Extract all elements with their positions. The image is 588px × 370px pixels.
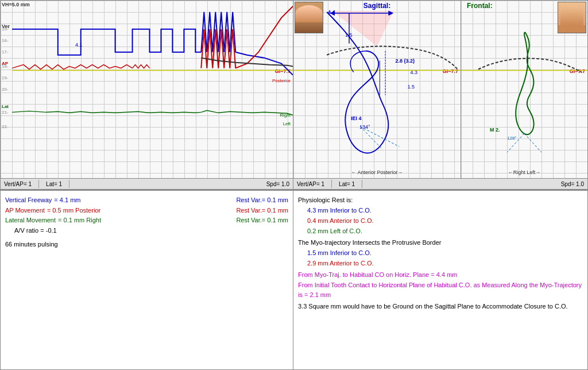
pulsing-label: 66 minutes pulsing — [5, 241, 58, 248]
spd-right: Spd= 1.0 — [561, 181, 584, 187]
rest-line3-row: 0.2 mm Left of C.O. — [298, 226, 583, 236]
vf-value: = 4.1 mm — [54, 195, 80, 205]
main-container: VH=5.0 mm Ver 15- 16- 17- AP 18- 19- 20-… — [0, 0, 588, 370]
lat-row: Lateral Movement = 0.1 mm Right Rest Var… — [5, 215, 288, 225]
rest-var-3: Rest Var.= 0.1 mm — [236, 215, 288, 225]
svg-line-11 — [524, 133, 541, 152]
status-bars-row: Vert/AP= 1 Lat= 1 Spd= 1.0 Vert/AP= 1 La… — [1, 179, 587, 190]
sagittal-svg — [293, 1, 461, 178]
ap-value: = 0.5 mm Posterior — [47, 206, 100, 215]
chart-left: VH=5.0 mm Ver 15- 16- 17- AP 18- 19- 20-… — [1, 1, 293, 178]
status-bar-right: Vert/AP= 1 Lat= 1 Spd= 1.0 — [293, 179, 587, 190]
lat-left: Lat= 1 — [46, 181, 62, 187]
av-ratio: A/V ratio = -0.1 — [14, 227, 57, 234]
pulsing-row: 66 minutes pulsing — [5, 240, 288, 249]
svg-marker-2 — [332, 11, 394, 47]
info-row: Vertical Freeway = 4.1 mm Rest Var.= 0.1… — [1, 190, 587, 369]
svg-line-7 — [360, 126, 399, 147]
svg-line-10 — [507, 133, 524, 152]
spd-left: Spd= 1.0 — [266, 181, 289, 187]
rest-var-2: Rest Var.= 0.1 mm — [236, 206, 288, 215]
from-myo-traj: From Myo-Traj. to Habitual CO on Horiz. … — [298, 271, 457, 278]
rest-line1: 4.3 mm Inferior to C.O. — [307, 207, 372, 214]
chart-sagittal: Sagittal: GI=7.7 4.4 1.5 2.8 (3.2) 4.3 1… — [293, 1, 461, 178]
myo-line1-row: 1.5 mm Inferior to C.O. — [298, 248, 583, 258]
rest-line2: 0.4 mm Anterior to C.O. — [307, 217, 374, 224]
myo-line2-row: 2.9 mm Anterior to C.O. — [298, 259, 583, 268]
chart-frontal: Frontal: GI=7.7 M 2. 128° ←Right Left→ — [461, 1, 587, 178]
rest-line1-row: 4.3 mm Inferior to C.O. — [298, 206, 583, 215]
svg-line-8 — [360, 126, 382, 149]
charts-row: VH=5.0 mm Ver 15- 16- 17- AP 18- 19- 20-… — [1, 1, 587, 179]
frontal-svg — [461, 1, 587, 178]
from-initial-row: From Initial Tooth Contact to Horizontal… — [298, 280, 583, 300]
info-right-panel: Physiologic Rest is: 4.3 mm Inferior to … — [293, 191, 587, 369]
status-bar-left: Vert/AP= 1 Lat= 1 Spd= 1.0 — [1, 179, 293, 190]
vert-ap-right: Vert/AP= 1 — [297, 181, 324, 187]
av-ratio-row: A/V ratio = -0.1 — [5, 226, 288, 236]
rest-line2-row: 0.4 mm Anterior to C.O. — [298, 216, 583, 226]
rest-line3: 0.2 mm Left of C.O. — [307, 228, 362, 234]
myo-intersects-row: The Myo-trajectory Intersects the Protru… — [298, 238, 583, 248]
physio-title: Physiologic Rest is: — [298, 196, 353, 203]
lat-right: Lat= 1 — [339, 181, 355, 187]
vf-row: Vertical Freeway = 4.1 mm Rest Var.= 0.1… — [5, 195, 288, 205]
rest-var-1: Rest Var.= 0.1 mm — [236, 195, 288, 205]
square-mm: 3.3 Square mm would have to be Ground on… — [298, 303, 568, 310]
vert-ap-left: Vert/AP= 1 — [4, 181, 32, 187]
from-myo-row: From Myo-Traj. to Habitual CO on Horiz. … — [298, 270, 583, 280]
physio-title-row: Physiologic Rest is: — [298, 195, 583, 205]
ap-label: AP Movement — [5, 206, 45, 215]
lat-value: = 0.1 mm Right — [58, 215, 101, 225]
square-mm-row: 3.3 Square mm would have to be Ground on… — [298, 302, 583, 311]
ap-row: AP Movement = 0.5 mm Posterior Rest Var.… — [5, 206, 288, 215]
myo-line1: 1.5 mm Inferior to C.O. — [307, 249, 372, 256]
vf-label: Vertical Freeway — [5, 195, 52, 205]
from-initial: From Initial Tooth Contact to Horizontal… — [298, 282, 582, 298]
info-left-panel: Vertical Freeway = 4.1 mm Rest Var.= 0.1… — [1, 191, 293, 369]
chart-right: Sagittal: GI=7.7 4.4 1.5 2.8 (3.2) 4.3 1… — [293, 1, 587, 178]
lat-label: Lateral Movement — [5, 215, 56, 225]
myo-intersects: The Myo-trajectory Intersects the Protru… — [298, 239, 441, 246]
myo-line2: 2.9 mm Anterior to C.O. — [307, 260, 374, 267]
chart-left-svg — [1, 1, 293, 178]
